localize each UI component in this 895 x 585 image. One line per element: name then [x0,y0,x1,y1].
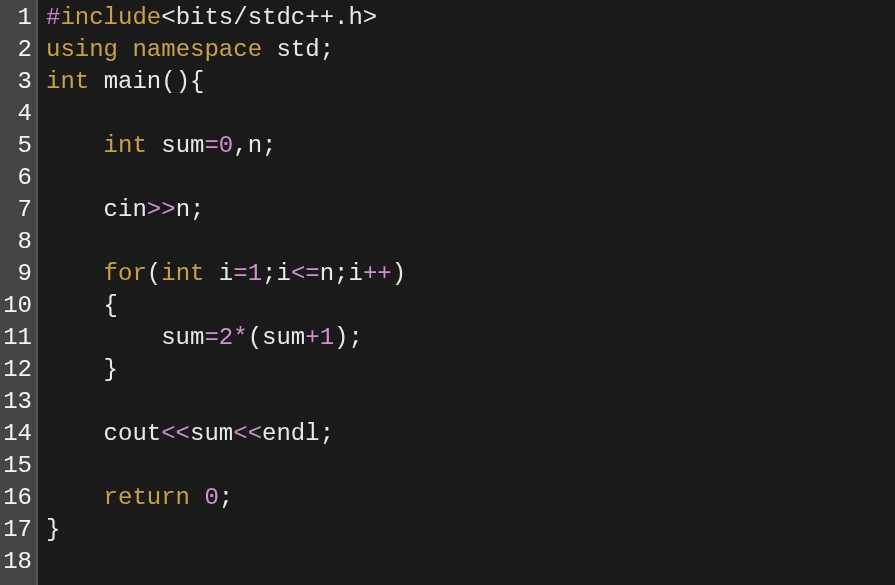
code-line[interactable]: for(int i=1;i<=n;i++) [46,258,406,290]
code-line[interactable]: #include<bits/stdc++.h> [46,2,406,34]
code-token: # [46,4,60,31]
line-number: 4 [2,98,32,130]
code-token: include [60,4,161,31]
code-token [46,356,104,383]
code-token: n [320,260,334,287]
code-token: i [204,260,233,287]
code-area[interactable]: #include<bits/stdc++.h>using namespace s… [38,0,406,585]
line-number: 1 [2,2,32,34]
line-number: 17 [2,514,32,546]
line-number: 8 [2,226,32,258]
code-token: = [204,324,218,351]
code-line[interactable]: cout<<sum<<endl; [46,418,406,450]
line-number: 14 [2,418,32,450]
line-number-gutter: 123456789101112131415161718 [0,0,38,585]
code-token [46,132,104,159]
line-number: 13 [2,386,32,418]
code-token: << [233,420,262,447]
code-token [46,292,104,319]
line-number: 9 [2,258,32,290]
code-token: << [161,420,190,447]
line-number: 6 [2,162,32,194]
code-line[interactable]: using namespace std; [46,34,406,66]
code-token: i [349,260,363,287]
code-token: sum [147,132,205,159]
code-token: std [262,36,320,63]
code-token: ; [262,260,276,287]
code-token: 0 [204,484,218,511]
code-line[interactable]: int sum=0,n; [46,130,406,162]
code-token: + [305,324,319,351]
code-token: <bits/stdc++.h> [161,4,377,31]
code-line[interactable]: } [46,514,406,546]
code-token: main [104,68,162,95]
code-line[interactable] [46,226,406,258]
code-token: n [248,132,262,159]
code-token [118,36,132,63]
code-token: ; [320,420,334,447]
code-token: () [161,68,190,95]
code-token: } [104,356,118,383]
code-token: 1 [320,324,334,351]
code-token: sum [46,324,204,351]
code-line[interactable]: int main(){ [46,66,406,98]
code-token: int [46,68,89,95]
code-token: * [233,324,247,351]
code-token: ; [334,260,348,287]
code-token: 1 [248,260,262,287]
code-token: , [233,132,247,159]
code-token: ; [349,324,363,351]
line-number: 16 [2,482,32,514]
code-token: ( [147,260,161,287]
code-line[interactable]: } [46,354,406,386]
code-token: i [276,260,290,287]
code-line[interactable] [46,98,406,130]
line-number: 18 [2,546,32,578]
code-line[interactable]: cin>>n; [46,194,406,226]
code-line[interactable] [46,450,406,482]
line-number: 15 [2,450,32,482]
code-token: ; [219,484,233,511]
code-editor[interactable]: 123456789101112131415161718 #include<bit… [0,0,895,585]
code-token: n [176,196,190,223]
code-token: <= [291,260,320,287]
code-line[interactable]: return 0; [46,482,406,514]
code-token: } [46,516,60,543]
code-token: ; [190,196,204,223]
line-number: 12 [2,354,32,386]
code-token: for [104,260,147,287]
code-token: 0 [219,132,233,159]
line-number: 10 [2,290,32,322]
code-token: cout [46,420,161,447]
code-token: sum [262,324,305,351]
code-token: ( [248,324,262,351]
code-line[interactable]: { [46,290,406,322]
code-token: endl [262,420,320,447]
code-token: ) [334,324,348,351]
code-token: using [46,36,118,63]
code-token: ++ [363,260,392,287]
code-token: cin [46,196,147,223]
code-token: = [204,132,218,159]
code-token [89,68,103,95]
line-number: 7 [2,194,32,226]
code-line[interactable] [46,386,406,418]
code-token [46,484,104,511]
code-token: ; [320,36,334,63]
code-token: = [233,260,247,287]
code-line[interactable]: sum=2*(sum+1); [46,322,406,354]
code-token: int [161,260,204,287]
code-token: int [104,132,147,159]
line-number: 5 [2,130,32,162]
code-token: ; [262,132,276,159]
code-token [46,260,104,287]
code-token: 2 [219,324,233,351]
code-token: namespace [132,36,262,63]
code-line[interactable] [46,162,406,194]
code-token: >> [147,196,176,223]
line-number: 3 [2,66,32,98]
code-token: sum [190,420,233,447]
code-line[interactable] [46,546,406,578]
line-number: 11 [2,322,32,354]
code-token [190,484,204,511]
